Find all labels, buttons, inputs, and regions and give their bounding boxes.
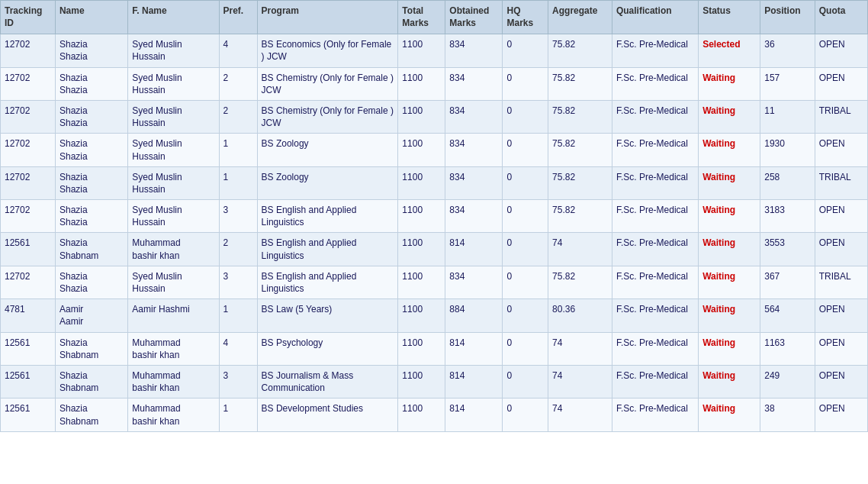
table-header-row: Tracking ID Name F. Name Pref. Program T… <box>1 1 868 34</box>
cell-obtained-marks: 834 <box>445 100 503 133</box>
cell-total-marks: 1100 <box>398 200 445 233</box>
cell-total-marks: 1100 <box>398 100 445 133</box>
header-hq-marks: HQ Marks <box>503 1 548 34</box>
header-quota: Quota <box>815 1 867 34</box>
cell-obtained-marks: 814 <box>445 332 503 365</box>
table-row: 12702 ShaziaShazia Syed MuslinHussain 2 … <box>1 67 868 100</box>
cell-obtained-marks: 834 <box>445 166 503 199</box>
cell-qualification: F.Sc. Pre-Medical <box>612 134 698 166</box>
cell-quota: TRIBAL <box>815 266 867 298</box>
cell-status: Waiting <box>699 67 760 100</box>
cell-status: Waiting <box>699 166 760 199</box>
cell-status: Waiting <box>699 398 760 431</box>
cell-name: ShaziaShazia <box>55 134 127 166</box>
cell-tracking-id: 4781 <box>1 299 56 332</box>
cell-hq-marks: 0 <box>503 266 548 298</box>
table-row: 12702 ShaziaShazia Syed MuslinHussain 2 … <box>1 100 868 133</box>
table-row: 12702 ShaziaShazia Syed MuslinHussain 3 … <box>1 200 868 233</box>
cell-qualification: F.Sc. Pre-Medical <box>612 166 698 199</box>
cell-hq-marks: 0 <box>503 100 548 133</box>
cell-name: ShaziaShazia <box>55 34 127 67</box>
cell-position: 564 <box>760 299 815 332</box>
cell-pref: 2 <box>219 233 257 266</box>
cell-tracking-id: 12702 <box>1 200 56 233</box>
cell-tracking-id: 12702 <box>1 67 56 100</box>
cell-hq-marks: 0 <box>503 365 548 398</box>
cell-quota: OPEN <box>815 34 867 67</box>
cell-status: Waiting <box>699 266 760 298</box>
cell-hq-marks: 0 <box>503 166 548 199</box>
cell-fname: Syed MuslinHussain <box>128 134 219 166</box>
cell-status: Waiting <box>699 100 760 133</box>
cell-fname: Syed MuslinHussain <box>128 100 219 133</box>
cell-program: BS Development Studies <box>257 398 398 431</box>
cell-qualification: F.Sc. Pre-Medical <box>612 299 698 332</box>
cell-quota: TRIBAL <box>815 166 867 199</box>
cell-qualification: F.Sc. Pre-Medical <box>612 100 698 133</box>
header-qualification: Qualification <box>612 1 698 34</box>
cell-quota: TRIBAL <box>815 100 867 133</box>
cell-fname: Syed MuslinHussain <box>128 200 219 233</box>
table-row: 12702 ShaziaShazia Syed MuslinHussain 1 … <box>1 134 868 166</box>
cell-qualification: F.Sc. Pre-Medical <box>612 233 698 266</box>
header-position: Position <box>760 1 815 34</box>
tracking-table: Tracking ID Name F. Name Pref. Program T… <box>0 0 868 432</box>
cell-name: ShaziaShazia <box>55 67 127 100</box>
cell-position: 1163 <box>760 332 815 365</box>
cell-quota: OPEN <box>815 200 867 233</box>
cell-position: 1930 <box>760 134 815 166</box>
cell-total-marks: 1100 <box>398 166 445 199</box>
cell-quota: OPEN <box>815 365 867 398</box>
cell-fname: Syed MuslinHussain <box>128 67 219 100</box>
cell-name: ShaziaShabnam <box>55 233 127 266</box>
cell-aggregate: 74 <box>548 365 612 398</box>
cell-aggregate: 80.36 <box>548 299 612 332</box>
cell-program: BS English and Applied Linguistics <box>257 200 398 233</box>
cell-total-marks: 1100 <box>398 299 445 332</box>
cell-hq-marks: 0 <box>503 200 548 233</box>
cell-pref: 1 <box>219 398 257 431</box>
cell-pref: 2 <box>219 100 257 133</box>
cell-qualification: F.Sc. Pre-Medical <box>612 398 698 431</box>
cell-quota: OPEN <box>815 332 867 365</box>
cell-fname: Syed MuslinHussain <box>128 34 219 67</box>
cell-name: ShaziaShabnam <box>55 365 127 398</box>
cell-aggregate: 74 <box>548 332 612 365</box>
cell-total-marks: 1100 <box>398 398 445 431</box>
cell-tracking-id: 12702 <box>1 134 56 166</box>
cell-hq-marks: 0 <box>503 332 548 365</box>
table-row: 12561 ShaziaShabnam Muhammadbashir khan … <box>1 332 868 365</box>
cell-program: BS Economics (Only for Female ) JCW <box>257 34 398 67</box>
cell-position: 258 <box>760 166 815 199</box>
cell-pref: 1 <box>219 134 257 166</box>
cell-qualification: F.Sc. Pre-Medical <box>612 200 698 233</box>
cell-pref: 3 <box>219 365 257 398</box>
cell-total-marks: 1100 <box>398 266 445 298</box>
cell-program: BS Journalism & Mass Communication <box>257 365 398 398</box>
cell-status: Waiting <box>699 200 760 233</box>
cell-qualification: F.Sc. Pre-Medical <box>612 67 698 100</box>
cell-program: BS Chemistry (Only for Female ) JCW <box>257 100 398 133</box>
cell-position: 3183 <box>760 200 815 233</box>
header-aggregate: Aggregate <box>548 1 612 34</box>
cell-obtained-marks: 834 <box>445 266 503 298</box>
cell-quota: OPEN <box>815 233 867 266</box>
cell-program: BS Law (5 Years) <box>257 299 398 332</box>
table-row: 4781 AamirAamir Aamir Hashmi 1 BS Law (5… <box>1 299 868 332</box>
cell-status: Waiting <box>699 365 760 398</box>
cell-fname: Aamir Hashmi <box>128 299 219 332</box>
cell-status: Waiting <box>699 233 760 266</box>
cell-fname: Muhammadbashir khan <box>128 332 219 365</box>
cell-aggregate: 75.82 <box>548 34 612 67</box>
cell-obtained-marks: 814 <box>445 233 503 266</box>
cell-program: BS Psychology <box>257 332 398 365</box>
cell-position: 11 <box>760 100 815 133</box>
cell-obtained-marks: 814 <box>445 365 503 398</box>
table-row: 12702 ShaziaShazia Syed MuslinHussain 1 … <box>1 166 868 199</box>
cell-position: 36 <box>760 34 815 67</box>
table-row: 12702 ShaziaShazia Syed MuslinHussain 3 … <box>1 266 868 298</box>
cell-qualification: F.Sc. Pre-Medical <box>612 332 698 365</box>
cell-aggregate: 74 <box>548 398 612 431</box>
header-obtained-marks: Obtained Marks <box>445 1 503 34</box>
cell-quota: OPEN <box>815 398 867 431</box>
